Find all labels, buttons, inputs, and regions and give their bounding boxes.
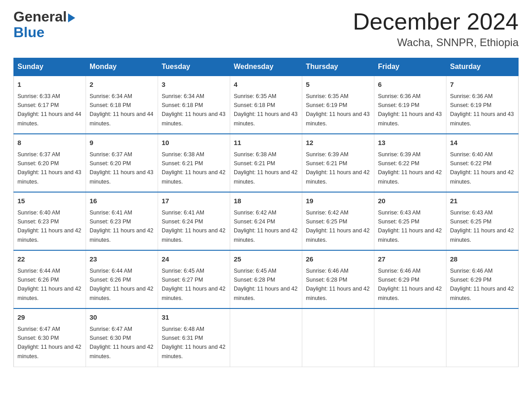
day-info: Sunrise: 6:35 AMSunset: 6:19 PMDaylight:… (306, 93, 369, 127)
day-number: 21 (450, 196, 515, 206)
calendar-cell: 13 Sunrise: 6:39 AMSunset: 6:22 PMDaylig… (374, 134, 446, 192)
calendar-week-row: 1 Sunrise: 6:33 AMSunset: 6:17 PMDayligh… (14, 76, 519, 134)
calendar-cell: 23 Sunrise: 6:44 AMSunset: 6:26 PMDaylig… (86, 250, 158, 308)
calendar-cell (374, 308, 446, 367)
day-number: 30 (90, 313, 154, 323)
calendar-week-row: 29 Sunrise: 6:47 AMSunset: 6:30 PMDaylig… (14, 308, 519, 367)
location-subtitle: Wacha, SNNPR, Ethiopia (353, 36, 519, 49)
weekday-header-thursday: Thursday (302, 58, 374, 76)
day-info: Sunrise: 6:47 AMSunset: 6:30 PMDaylight:… (17, 326, 81, 360)
day-info: Sunrise: 6:45 AMSunset: 6:28 PMDaylight:… (234, 268, 297, 301)
day-number: 1 (17, 80, 82, 90)
calendar-cell (230, 308, 302, 367)
day-info: Sunrise: 6:42 AMSunset: 6:24 PMDaylight:… (234, 210, 297, 243)
day-number: 8 (17, 138, 82, 148)
weekday-header-tuesday: Tuesday (158, 58, 230, 76)
day-number: 25 (234, 254, 298, 265)
calendar-cell: 10 Sunrise: 6:38 AMSunset: 6:21 PMDaylig… (158, 134, 230, 192)
calendar-cell: 19 Sunrise: 6:42 AMSunset: 6:25 PMDaylig… (302, 192, 374, 250)
weekday-header-row: SundayMondayTuesdayWednesdayThursdayFrid… (14, 58, 519, 76)
day-number: 20 (378, 196, 442, 206)
page-header: General Blue December 2024 Wacha, SNNPR,… (13, 9, 519, 49)
calendar-cell: 25 Sunrise: 6:45 AMSunset: 6:28 PMDaylig… (230, 250, 302, 308)
calendar-cell: 12 Sunrise: 6:39 AMSunset: 6:21 PMDaylig… (302, 134, 374, 192)
day-info: Sunrise: 6:38 AMSunset: 6:21 PMDaylight:… (162, 151, 225, 185)
calendar-cell: 1 Sunrise: 6:33 AMSunset: 6:17 PMDayligh… (14, 76, 86, 134)
day-info: Sunrise: 6:37 AMSunset: 6:20 PMDaylight:… (90, 151, 153, 185)
day-number: 16 (90, 196, 154, 206)
calendar-cell: 4 Sunrise: 6:35 AMSunset: 6:18 PMDayligh… (230, 76, 302, 134)
day-info: Sunrise: 6:35 AMSunset: 6:18 PMDaylight:… (234, 93, 297, 127)
day-info: Sunrise: 6:39 AMSunset: 6:22 PMDaylight:… (378, 151, 442, 185)
calendar-cell: 20 Sunrise: 6:43 AMSunset: 6:25 PMDaylig… (374, 192, 446, 250)
calendar-cell: 9 Sunrise: 6:37 AMSunset: 6:20 PMDayligh… (86, 134, 158, 192)
day-info: Sunrise: 6:39 AMSunset: 6:21 PMDaylight:… (306, 151, 369, 185)
day-info: Sunrise: 6:41 AMSunset: 6:23 PMDaylight:… (90, 210, 153, 243)
calendar-cell: 27 Sunrise: 6:46 AMSunset: 6:29 PMDaylig… (374, 250, 446, 308)
day-number: 10 (162, 138, 226, 148)
day-number: 18 (234, 196, 298, 206)
day-info: Sunrise: 6:48 AMSunset: 6:31 PMDaylight:… (162, 326, 225, 360)
day-number: 7 (450, 80, 515, 90)
day-info: Sunrise: 6:34 AMSunset: 6:18 PMDaylight:… (90, 93, 153, 127)
day-info: Sunrise: 6:43 AMSunset: 6:25 PMDaylight:… (450, 210, 514, 243)
calendar-week-row: 22 Sunrise: 6:44 AMSunset: 6:26 PMDaylig… (14, 250, 519, 308)
calendar-cell: 7 Sunrise: 6:36 AMSunset: 6:19 PMDayligh… (446, 76, 519, 134)
day-number: 11 (234, 138, 298, 148)
month-year-title: December 2024 (353, 9, 519, 34)
calendar-cell: 24 Sunrise: 6:45 AMSunset: 6:27 PMDaylig… (158, 250, 230, 308)
day-number: 9 (90, 138, 154, 148)
day-info: Sunrise: 6:34 AMSunset: 6:18 PMDaylight:… (162, 93, 225, 127)
day-info: Sunrise: 6:40 AMSunset: 6:23 PMDaylight:… (17, 210, 81, 243)
calendar-cell: 5 Sunrise: 6:35 AMSunset: 6:19 PMDayligh… (302, 76, 374, 134)
weekday-header-monday: Monday (86, 58, 158, 76)
day-info: Sunrise: 6:47 AMSunset: 6:30 PMDaylight:… (90, 326, 153, 360)
day-info: Sunrise: 6:43 AMSunset: 6:25 PMDaylight:… (378, 210, 442, 243)
calendar-cell: 2 Sunrise: 6:34 AMSunset: 6:18 PMDayligh… (86, 76, 158, 134)
day-info: Sunrise: 6:44 AMSunset: 6:26 PMDaylight:… (90, 268, 153, 301)
calendar-cell: 31 Sunrise: 6:48 AMSunset: 6:31 PMDaylig… (158, 308, 230, 367)
day-number: 31 (162, 313, 226, 323)
calendar-week-row: 8 Sunrise: 6:37 AMSunset: 6:20 PMDayligh… (14, 134, 519, 192)
day-info: Sunrise: 6:46 AMSunset: 6:29 PMDaylight:… (450, 268, 514, 301)
day-number: 29 (17, 313, 82, 323)
logo-blue: Blue (13, 24, 44, 40)
day-number: 3 (162, 80, 226, 90)
calendar-cell: 22 Sunrise: 6:44 AMSunset: 6:26 PMDaylig… (14, 250, 86, 308)
day-number: 2 (90, 80, 154, 90)
calendar-cell: 11 Sunrise: 6:38 AMSunset: 6:21 PMDaylig… (230, 134, 302, 192)
day-number: 22 (17, 254, 82, 265)
calendar-cell: 28 Sunrise: 6:46 AMSunset: 6:29 PMDaylig… (446, 250, 519, 308)
calendar-table: SundayMondayTuesdayWednesdayThursdayFrid… (13, 58, 519, 367)
day-number: 24 (162, 254, 226, 265)
calendar-cell: 14 Sunrise: 6:40 AMSunset: 6:22 PMDaylig… (446, 134, 519, 192)
calendar-cell: 29 Sunrise: 6:47 AMSunset: 6:30 PMDaylig… (14, 308, 86, 367)
day-info: Sunrise: 6:45 AMSunset: 6:27 PMDaylight:… (162, 268, 225, 301)
weekday-header-saturday: Saturday (446, 58, 519, 76)
calendar-cell: 17 Sunrise: 6:41 AMSunset: 6:24 PMDaylig… (158, 192, 230, 250)
calendar-cell: 26 Sunrise: 6:46 AMSunset: 6:28 PMDaylig… (302, 250, 374, 308)
day-info: Sunrise: 6:36 AMSunset: 6:19 PMDaylight:… (378, 93, 442, 127)
weekday-header-sunday: Sunday (14, 58, 86, 76)
day-info: Sunrise: 6:36 AMSunset: 6:19 PMDaylight:… (450, 93, 514, 127)
day-info: Sunrise: 6:33 AMSunset: 6:17 PMDaylight:… (17, 93, 81, 127)
day-number: 23 (90, 254, 154, 265)
day-number: 12 (306, 138, 370, 148)
calendar-cell: 3 Sunrise: 6:34 AMSunset: 6:18 PMDayligh… (158, 76, 230, 134)
day-info: Sunrise: 6:44 AMSunset: 6:26 PMDaylight:… (17, 268, 81, 301)
calendar-cell (446, 308, 519, 367)
calendar-cell: 30 Sunrise: 6:47 AMSunset: 6:30 PMDaylig… (86, 308, 158, 367)
day-number: 17 (162, 196, 226, 206)
calendar-cell: 18 Sunrise: 6:42 AMSunset: 6:24 PMDaylig… (230, 192, 302, 250)
day-info: Sunrise: 6:46 AMSunset: 6:29 PMDaylight:… (378, 268, 442, 301)
logo: General Blue (13, 9, 76, 40)
weekday-header-wednesday: Wednesday (230, 58, 302, 76)
day-number: 14 (450, 138, 515, 148)
day-number: 27 (378, 254, 442, 265)
day-number: 28 (450, 254, 515, 265)
day-number: 26 (306, 254, 370, 265)
day-info: Sunrise: 6:37 AMSunset: 6:20 PMDaylight:… (17, 151, 81, 185)
day-number: 4 (234, 80, 298, 90)
day-number: 6 (378, 80, 442, 90)
logo-general: General (13, 9, 67, 25)
